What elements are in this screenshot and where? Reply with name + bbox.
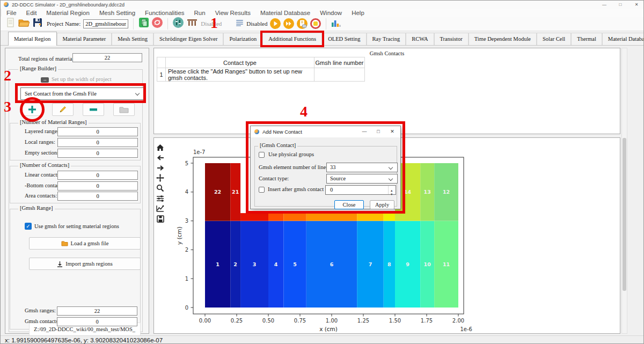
new-file-icon[interactable] <box>6 17 15 30</box>
element-lines-combobox[interactable]: 33 <box>326 163 398 172</box>
tab-thermal[interactable]: Thermal <box>571 33 602 45</box>
menu-item-mesh-setting[interactable]: Mesh Setting <box>94 10 140 16</box>
dialog-close-button[interactable]: ✕ <box>385 126 399 137</box>
insert-after-spinbox[interactable]: 0 ▲▼ <box>325 185 396 195</box>
empty-sections-field[interactable]: 0 <box>57 149 138 158</box>
tab-polarization[interactable]: Polarization <box>223 33 262 45</box>
bridge-columns-icon[interactable] <box>186 18 198 30</box>
tab-time-dependent-module[interactable]: Time Dependent Module <box>469 33 537 45</box>
menu-item-run[interactable]: Run <box>189 10 210 16</box>
scrollbar-thumb[interactable] <box>623 138 626 291</box>
open-folder-icon[interactable] <box>18 18 30 30</box>
tab-ray-tracing[interactable]: Ray Tracing <box>367 33 406 45</box>
close-button[interactable]: ✕ <box>628 1 644 9</box>
use-physical-groups-checkbox[interactable] <box>259 152 265 158</box>
menu-item-material-region[interactable]: Material Region <box>41 10 94 16</box>
menu-item-edit[interactable]: Edit <box>21 10 42 16</box>
contact-type-cell: Please click the "Add Ranges" button to … <box>166 68 314 82</box>
chevron-down-icon <box>389 177 393 181</box>
results-chart-icon[interactable] <box>331 18 341 30</box>
edit-range-button[interactable] <box>52 103 74 116</box>
refresh-icon[interactable] <box>152 17 163 30</box>
back-arrow-icon[interactable] <box>156 153 165 162</box>
svg-text:1.00: 1.00 <box>326 318 338 324</box>
run-icon[interactable] <box>270 18 281 29</box>
tab-mesh-setting[interactable]: Mesh Setting <box>112 33 153 45</box>
linear-contacts-field[interactable]: 0 <box>57 171 138 180</box>
pan-icon[interactable] <box>156 174 165 182</box>
save-icon[interactable] <box>32 17 43 30</box>
svg-text:2: 2 <box>185 247 188 253</box>
insert-after-checkbox[interactable] <box>259 187 265 193</box>
tab-additional-functions[interactable]: Additional Functions <box>262 33 322 45</box>
spin-down-icon[interactable]: ▼ <box>390 190 393 199</box>
forward-arrow-icon[interactable] <box>156 164 165 172</box>
zoom-icon[interactable] <box>156 184 165 192</box>
apply-button[interactable]: Apply <box>370 200 394 209</box>
use-gmsh-label: Use gmsh for setting material regions <box>34 223 119 229</box>
project-name-input[interactable] <box>83 19 128 28</box>
minimize-button[interactable]: — <box>596 1 612 9</box>
gmsh-line-number-header[interactable]: Gmsh line number <box>314 57 365 68</box>
add-ranges-button[interactable] <box>21 103 43 116</box>
menu-item-functionalities[interactable]: Functionalities <box>140 10 189 16</box>
range-mode-dropdown[interactable]: Set Contact from the Gmsh File <box>20 87 144 100</box>
stop-notes-icon[interactable] <box>310 18 321 29</box>
plot-customize-icon[interactable] <box>156 204 165 213</box>
dialog-maximize-button[interactable]: □ <box>371 126 385 137</box>
copy-project-icon[interactable] <box>138 17 149 30</box>
close-button[interactable]: Close <box>334 200 364 209</box>
element-lines-value: 33 <box>330 164 336 170</box>
svg-text:0.25: 0.25 <box>231 318 243 324</box>
annotation-number-1: 1 <box>210 14 218 32</box>
layered-ranges-field[interactable]: 0 <box>57 127 138 136</box>
area-contacts-field[interactable]: 0 <box>57 192 138 201</box>
width-setup-icon[interactable]: ↔ <box>41 77 49 83</box>
menu-item-help[interactable]: Help <box>347 10 369 16</box>
tab-oled-setting[interactable]: OLED Setting <box>322 33 366 45</box>
solver-settings-icon[interactable] <box>173 17 184 30</box>
run-report-icon[interactable] <box>297 18 308 29</box>
tab-transistor[interactable]: Transistor <box>434 33 469 45</box>
tab-schrödinger-eigen-solver[interactable]: Schrödinger Eigen Solver <box>153 33 223 45</box>
bottom-contacts-field[interactable]: 0 <box>57 181 138 191</box>
tab-material-parameter[interactable]: Material Parameter <box>57 33 112 45</box>
gmsh-line-number-cell <box>314 68 365 82</box>
svg-text:1.50: 1.50 <box>389 318 401 324</box>
local-ranges-field[interactable]: 0 <box>57 138 138 147</box>
use-physical-groups-label: Use physical groups <box>268 151 314 157</box>
contact-type-combobox[interactable]: Source <box>326 174 398 184</box>
dialog-minimize-button[interactable]: — <box>357 126 371 137</box>
import-gmsh-regions-button[interactable]: Import gmsh regions <box>29 258 141 270</box>
menu-item-file[interactable]: File <box>2 10 21 16</box>
menu-item-window[interactable]: Window <box>315 10 347 16</box>
tab-material-database[interactable]: Material Database <box>602 33 644 45</box>
list-icon[interactable] <box>236 19 244 28</box>
gmsh-contacts-field[interactable]: 0 <box>57 317 137 326</box>
fast-forward-icon[interactable] <box>283 18 294 29</box>
save-figure-icon[interactable] <box>156 215 165 223</box>
subplot-settings-icon[interactable] <box>156 194 165 202</box>
empty-sections-label: Empty sections: <box>25 150 61 156</box>
tab-rcwa[interactable]: RCWA <box>406 33 434 45</box>
table-header-row: Contact type Gmsh line number <box>157 57 365 68</box>
remove-range-button[interactable] <box>83 103 104 116</box>
total-regions-field[interactable]: 22 <box>72 53 142 62</box>
dialog-title-bar[interactable]: Add New Contact — □ ✕ <box>251 126 400 137</box>
load-gmsh-file-button[interactable]: Load a gmsh file <box>29 237 141 250</box>
spinner-arrows[interactable]: ▲▼ <box>388 186 396 194</box>
gmsh-contacts-table[interactable]: Contact type Gmsh line number 1 Please c… <box>157 57 365 82</box>
contacts-group-label: [Number of Contacts] <box>18 162 71 168</box>
tab-solar-cell[interactable]: Solar Cell <box>537 33 571 45</box>
contact-type-header[interactable]: Contact type <box>166 57 314 68</box>
home-icon[interactable] <box>156 143 165 151</box>
use-gmsh-checkbox[interactable]: ✓ <box>25 223 32 230</box>
open-range-file-button[interactable] <box>113 103 135 116</box>
app-window: 2D-DDCC Simulator - 2D_gmshlineboundary.… <box>0 0 644 344</box>
tab-material-region[interactable]: Material Region <box>8 32 57 46</box>
gmsh-ranges-field[interactable]: 22 <box>57 306 137 316</box>
table-row[interactable]: 1 Please click the "Add Ranges" button t… <box>157 68 365 82</box>
content-scrollbar[interactable] <box>621 48 627 334</box>
menu-item-material-database[interactable]: Material Database <box>255 10 315 16</box>
maximize-button[interactable]: □ <box>612 1 628 9</box>
